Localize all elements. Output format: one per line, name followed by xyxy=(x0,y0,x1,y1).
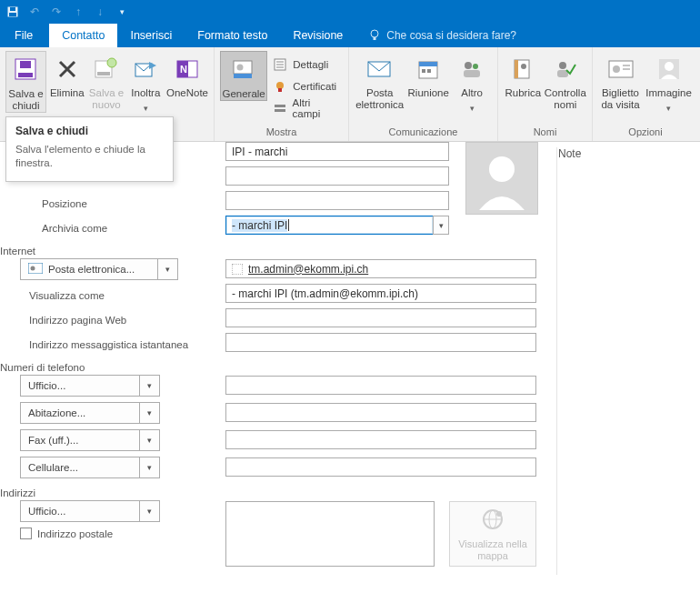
onenote-icon: N xyxy=(173,55,202,84)
map-label: Visualizza nella mappa xyxy=(450,538,535,562)
phone4-input[interactable] xyxy=(225,457,536,477)
svg-text:N: N xyxy=(180,64,187,75)
svg-rect-38 xyxy=(515,60,518,78)
tab-file[interactable]: File xyxy=(9,24,49,47)
down-icon[interactable]: ↓ xyxy=(93,5,107,19)
phone2-input[interactable] xyxy=(225,403,536,422)
save-close-button[interactable]: Salva e chiudi xyxy=(5,51,46,113)
address-textarea[interactable] xyxy=(225,501,435,567)
archive-dropdown[interactable]: ▾ xyxy=(433,216,449,235)
svg-rect-5 xyxy=(374,37,376,40)
phone3-input[interactable] xyxy=(225,430,536,449)
general-icon xyxy=(229,55,258,85)
globe-icon xyxy=(480,507,505,535)
save-new-label: Salva e nuovo xyxy=(87,87,125,111)
save-close-label: Salva e chiudi xyxy=(6,88,45,112)
contact-photo[interactable] xyxy=(465,142,538,215)
address-button[interactable]: Ufficio... xyxy=(20,500,140,522)
forward-button[interactable]: Inoltra ▾ xyxy=(127,51,165,115)
bizcard-button[interactable]: Biglietto da visita xyxy=(598,51,643,111)
checknames-label: Controlla nomi xyxy=(545,87,586,111)
phone3-button[interactable]: Fax (uff.)... xyxy=(20,429,140,451)
email-button[interactable]: Posta elettronica xyxy=(355,51,405,111)
meeting-button[interactable]: Riunione xyxy=(406,51,450,99)
other-fields-button[interactable]: Altri campi xyxy=(269,98,343,118)
svg-rect-12 xyxy=(97,72,110,75)
phone4-dropdown[interactable]: ▾ xyxy=(140,457,160,478)
phone2-button[interactable]: Abitazione... xyxy=(20,402,140,424)
svg-point-35 xyxy=(473,64,478,69)
group-options-label: Opzioni xyxy=(593,126,698,141)
check-person-icon xyxy=(551,55,580,84)
addressbook-button[interactable]: Rubrica xyxy=(504,51,543,99)
postal-checkbox[interactable] xyxy=(20,528,32,539)
svg-point-47 xyxy=(665,62,674,71)
webpage-label: Indirizzo pagina Web xyxy=(29,315,126,326)
section-phones: Numeri di telefono xyxy=(0,362,85,373)
address-dropdown[interactable]: ▾ xyxy=(140,500,160,522)
phone2-dropdown[interactable]: ▾ xyxy=(140,402,160,424)
tab-contact[interactable]: Contatto xyxy=(49,24,117,47)
redo-icon[interactable]: ↷ xyxy=(49,5,64,19)
details-button[interactable]: Dettagli xyxy=(269,55,343,75)
checknames-button[interactable]: Controlla nomi xyxy=(545,51,586,111)
webpage-input[interactable] xyxy=(225,308,536,327)
company-input[interactable] xyxy=(225,166,449,186)
svg-rect-49 xyxy=(28,263,43,274)
avatar-icon xyxy=(655,55,684,84)
lightbulb-icon xyxy=(368,29,381,42)
chevron-down-icon: ▾ xyxy=(470,103,475,115)
email-picker-button[interactable]: Posta elettronica... xyxy=(20,258,158,280)
svg-rect-26 xyxy=(278,88,282,92)
addressbook-label: Rubrica xyxy=(505,87,542,99)
position-input[interactable] xyxy=(225,191,449,210)
onenote-button[interactable]: N OneNote xyxy=(166,51,208,99)
svg-rect-2 xyxy=(9,13,16,16)
svg-rect-33 xyxy=(427,69,431,73)
qat-customize-icon[interactable]: ▾ xyxy=(115,5,129,19)
tab-format[interactable]: Formato testo xyxy=(185,24,280,47)
phone3-dropdown[interactable]: ▾ xyxy=(140,429,160,451)
svg-rect-8 xyxy=(20,61,31,68)
svg-rect-31 xyxy=(419,62,437,66)
svg-point-34 xyxy=(465,62,472,69)
im-input[interactable] xyxy=(225,333,536,352)
fullname-input[interactable] xyxy=(225,142,449,161)
tab-insert[interactable]: Inserisci xyxy=(117,24,185,47)
map-button[interactable]: Visualizza nella mappa xyxy=(449,501,536,567)
image-button[interactable]: Immagine ▾ xyxy=(645,51,693,115)
phone4-button[interactable]: Cellulare... xyxy=(20,457,140,478)
group-comm-label: Comunicazione xyxy=(349,126,497,141)
undo-icon[interactable]: ↶ xyxy=(27,5,42,19)
email-mini-icon xyxy=(28,263,43,276)
chevron-down-icon: ▾ xyxy=(144,103,148,115)
tooltip-title: Salva e chiudi xyxy=(15,125,164,137)
up-icon[interactable]: ↑ xyxy=(71,5,85,19)
group-show-label: Mostra xyxy=(215,126,348,141)
phone1-button[interactable]: Ufficio... xyxy=(20,375,140,397)
email-picker-dropdown[interactable]: ▾ xyxy=(158,258,178,280)
general-button[interactable]: Generale xyxy=(220,51,267,101)
svg-point-43 xyxy=(613,65,620,73)
svg-point-40 xyxy=(559,62,566,69)
svg-point-50 xyxy=(31,266,35,271)
archive-label: Archivia come xyxy=(42,223,107,234)
svg-point-25 xyxy=(276,82,284,89)
save-icon[interactable] xyxy=(5,5,20,19)
other-comm-button[interactable]: Altro ▾ xyxy=(452,51,492,115)
archive-as-input[interactable]: - marchi IPI xyxy=(225,216,433,235)
delete-button[interactable]: Elimina xyxy=(48,51,85,99)
tab-review[interactable]: Revisione xyxy=(280,24,355,47)
tell-me[interactable]: Che cosa si desidera fare? xyxy=(355,24,516,47)
email-input[interactable]: tm.admin@ekomm.ipi.ch xyxy=(225,259,536,278)
other-comm-label: Altro xyxy=(461,87,483,99)
certificates-button[interactable]: Certificati xyxy=(269,76,343,96)
certificate-icon xyxy=(273,79,287,94)
display-as-input[interactable] xyxy=(225,284,536,303)
svg-rect-28 xyxy=(275,109,285,112)
phone1-input[interactable] xyxy=(225,376,536,395)
delete-icon xyxy=(53,55,82,84)
phone1-dropdown[interactable]: ▾ xyxy=(140,375,160,397)
save-new-button[interactable]: Salva e nuovo ▾ xyxy=(87,51,125,126)
postal-label: Indirizzo postale xyxy=(37,528,113,539)
